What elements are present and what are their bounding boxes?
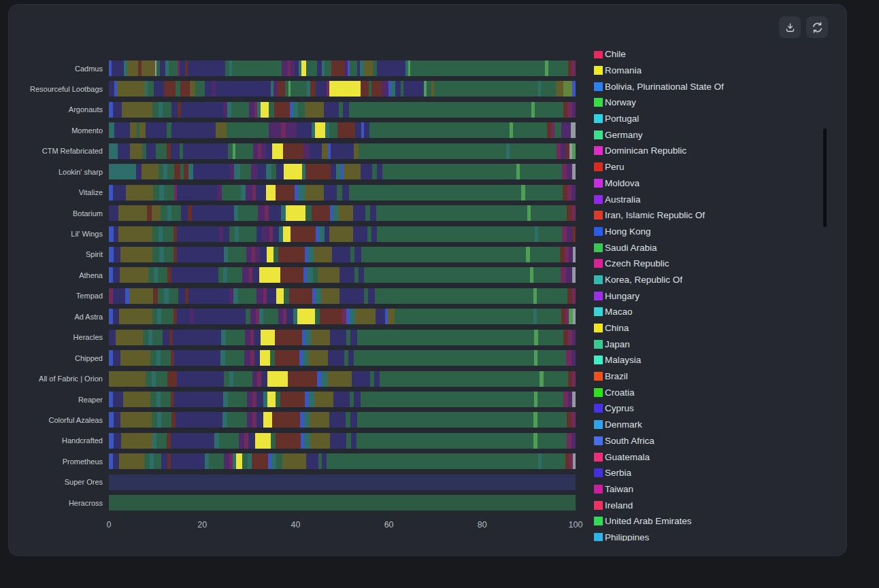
bar-segment[interactable] (310, 81, 316, 97)
bar-segment[interactable] (239, 226, 256, 242)
bar-segment[interactable] (309, 392, 314, 407)
bar-segment[interactable] (291, 81, 307, 97)
bar-segment[interactable] (144, 453, 150, 469)
bar-segment[interactable] (336, 164, 341, 179)
bar-segment[interactable] (256, 185, 265, 201)
bar-segment[interactable] (181, 205, 187, 221)
bar-segment[interactable] (171, 433, 215, 449)
bar-segment[interactable] (239, 433, 244, 449)
bar-segment[interactable] (349, 185, 521, 201)
bar-segment[interactable] (364, 267, 530, 283)
bar-segment[interactable] (567, 205, 572, 221)
bar-segment[interactable] (352, 371, 370, 387)
bar-segment[interactable] (329, 412, 346, 428)
legend-item[interactable]: Saudi Arabia (594, 239, 832, 256)
bar-segment[interactable] (567, 164, 572, 179)
bar-segment[interactable] (510, 143, 557, 159)
bar-segment[interactable] (190, 81, 195, 97)
bar-segment[interactable] (174, 164, 180, 179)
legend-item[interactable]: Croatia (594, 384, 832, 400)
bar-segment[interactable] (308, 350, 327, 366)
bar-segment[interactable] (113, 267, 120, 283)
bar-segment[interactable] (306, 453, 318, 469)
bar-segment[interactable] (307, 267, 313, 283)
bar-segment[interactable] (537, 392, 563, 407)
bar-segment[interactable] (315, 309, 320, 324)
bar-segment[interactable] (260, 247, 267, 262)
bar-segment[interactable] (171, 143, 180, 159)
bar-segment[interactable] (249, 102, 254, 118)
bar-segment[interactable] (255, 433, 270, 449)
bar-segment[interactable] (152, 330, 162, 345)
bar-segment[interactable] (127, 60, 138, 76)
legend-item[interactable]: Norway (594, 94, 832, 111)
bar-segment[interactable] (310, 143, 322, 159)
bar-segment[interactable] (359, 143, 506, 159)
bar-segment[interactable] (325, 226, 329, 242)
bar-segment[interactable] (161, 350, 171, 366)
bar-segment[interactable] (317, 60, 322, 76)
legend-item[interactable]: United Arab Emirates (594, 513, 832, 530)
bar-segment[interactable] (572, 226, 576, 242)
bar-segment[interactable] (171, 102, 178, 118)
bar-segment[interactable] (164, 247, 173, 262)
bar-segment[interactable] (403, 81, 423, 97)
bar-segment[interactable] (372, 164, 377, 179)
bar-segment[interactable] (276, 392, 280, 407)
bar-segment[interactable] (427, 81, 431, 97)
bar-segment[interactable] (350, 60, 357, 76)
bar-segment[interactable] (114, 412, 120, 428)
bar-segment[interactable] (280, 267, 303, 283)
bar-segment[interactable] (163, 226, 173, 242)
bar-segment[interactable] (177, 226, 219, 242)
bar-segment[interactable] (177, 247, 224, 262)
bar-segment[interactable] (143, 330, 148, 345)
bar-segment[interactable] (278, 309, 283, 324)
bar-row[interactable] (109, 330, 576, 345)
legend-item[interactable]: Serbia (594, 465, 832, 481)
legend-item[interactable]: Taiwan (594, 481, 832, 498)
bar-segment[interactable] (205, 81, 212, 97)
bar-segment[interactable] (298, 185, 305, 201)
bar-segment[interactable] (365, 205, 370, 221)
bar-segment[interactable] (333, 205, 338, 221)
bar-segment[interactable] (177, 185, 218, 201)
bar-segment[interactable] (167, 122, 171, 138)
bar-segment[interactable] (271, 433, 276, 449)
bar-segment[interactable] (113, 102, 122, 118)
bar-segment[interactable] (561, 267, 566, 283)
bar-segment[interactable] (178, 288, 185, 304)
bar-segment[interactable] (152, 309, 158, 324)
bar-segment[interactable] (395, 309, 533, 324)
bar-segment[interactable] (146, 122, 167, 138)
bar-segment[interactable] (305, 164, 330, 179)
bar-segment[interactable] (116, 330, 143, 345)
bar-segment[interactable] (228, 143, 233, 159)
bar-segment[interactable] (224, 453, 229, 469)
bar-segment[interactable] (228, 392, 247, 407)
bar-segment[interactable] (259, 267, 280, 283)
bar-segment[interactable] (357, 330, 534, 345)
bar-segment[interactable] (293, 102, 298, 118)
bar-segment[interactable] (343, 102, 349, 118)
bar-row[interactable] (109, 495, 576, 511)
bar-segment[interactable] (120, 247, 152, 262)
bar-segment[interactable] (267, 288, 276, 304)
bar-segment[interactable] (113, 453, 119, 469)
bar-segment[interactable] (327, 371, 352, 387)
bar-segment[interactable] (342, 185, 349, 201)
bar-segment[interactable] (112, 60, 124, 76)
bar-segment[interactable] (354, 350, 533, 366)
bar-segment[interactable] (258, 205, 264, 221)
bar-segment[interactable] (566, 350, 571, 366)
bar-segment[interactable] (312, 205, 330, 221)
bar-segment[interactable] (142, 60, 155, 76)
bar-segment[interactable] (571, 122, 576, 138)
bar-segment[interactable] (254, 350, 260, 366)
bar-segment[interactable] (129, 288, 154, 304)
bar-segment[interactable] (567, 288, 572, 304)
bar-segment[interactable] (246, 185, 252, 201)
bar-segment[interactable] (252, 453, 269, 469)
bar-segment[interactable] (339, 267, 355, 283)
bar-segment[interactable] (567, 226, 572, 242)
